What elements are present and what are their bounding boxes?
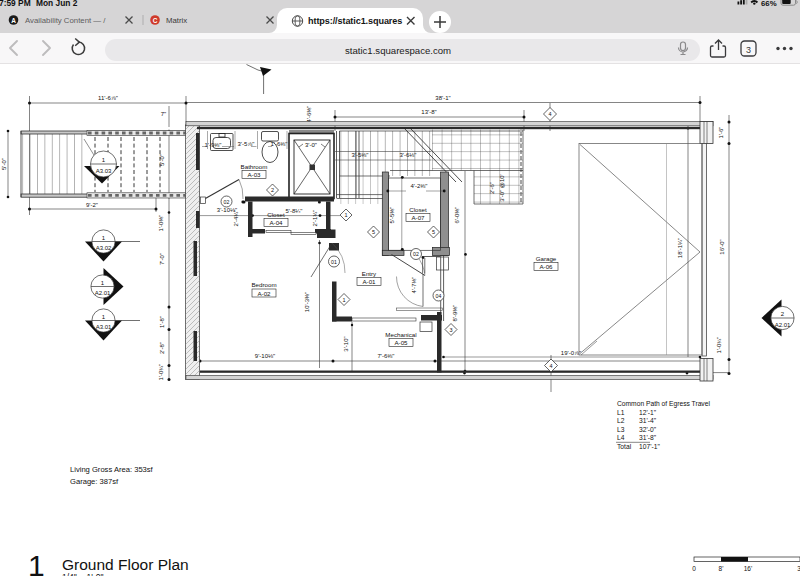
svg-text:1'-8": 1'-8"	[159, 316, 165, 328]
svg-text:A3.03: A3.03	[96, 168, 112, 174]
svg-text:5'-0": 5'-0"	[1, 158, 7, 170]
svg-text:4'-7⅛": 4'-7⅛"	[411, 277, 417, 294]
svg-text:Common Path of Egress Travel: Common Path of Egress Travel	[617, 400, 710, 408]
svg-text:A2.01: A2.01	[775, 322, 791, 328]
svg-text:02: 02	[413, 251, 419, 257]
svg-text:04: 04	[436, 293, 442, 299]
svg-text:7'-0": 7'-0"	[159, 253, 165, 265]
svg-text:Bedroom: Bedroom	[251, 281, 276, 288]
svg-text:1'-0⅜": 1'-0⅜"	[158, 215, 164, 232]
svg-text:5: 5	[372, 229, 375, 235]
svg-text:11'-6⅞": 11'-6⅞"	[98, 95, 118, 101]
svg-text:2'-4¼": 2'-4¼"	[233, 210, 239, 227]
svg-text:01: 01	[331, 259, 337, 265]
svg-text:L4: L4	[617, 434, 625, 441]
svg-text:static1.squarespace.com: static1.squarespace.com	[345, 45, 451, 56]
svg-text:66%: 66%	[761, 0, 777, 8]
svg-text:A-02: A-02	[257, 290, 271, 297]
svg-text:2'-8": 2'-8"	[159, 342, 165, 354]
svg-text:9'-10⅛": 9'-10⅛"	[255, 353, 275, 359]
svg-text:3'-10": 3'-10"	[343, 336, 349, 351]
svg-text:C: C	[153, 17, 158, 24]
svg-text:https://static1.squares: https://static1.squares	[308, 16, 402, 26]
svg-text:3: 3	[746, 45, 751, 55]
svg-text:9'-2": 9'-2"	[86, 202, 98, 208]
svg-text:Closet: Closet	[267, 211, 285, 218]
svg-text:A-05: A-05	[394, 339, 408, 346]
svg-text:6'-0⅜": 6'-0⅜"	[454, 207, 460, 224]
svg-text:8': 8'	[719, 565, 724, 572]
svg-text:2'-1¼": 2'-1¼"	[312, 210, 318, 227]
svg-text:L1: L1	[617, 409, 625, 416]
svg-text:A3.01: A3.01	[96, 324, 112, 330]
svg-text:A-04: A-04	[269, 219, 283, 226]
svg-text:3'-5⅞": 3'-5⅞"	[238, 141, 255, 147]
svg-text:1/4" = 1'-0": 1/4" = 1'-0"	[62, 572, 103, 576]
svg-text:4'-6⅜": 4'-6⅜"	[306, 106, 312, 123]
svg-text:7'-6⅜": 7'-6⅜"	[378, 353, 395, 359]
svg-text:7:59 PM: 7:59 PM	[0, 0, 31, 8]
svg-text:Garage: Garage	[536, 255, 557, 262]
svg-text:L3: L3	[617, 426, 625, 433]
svg-text:4: 4	[549, 363, 552, 369]
svg-text:4: 4	[548, 111, 551, 117]
svg-text:1'-0¾": 1'-0¾"	[716, 337, 722, 354]
svg-text:1: 1	[344, 212, 347, 218]
svg-text:Total: Total	[617, 443, 632, 450]
svg-text:3: 3	[449, 327, 452, 333]
svg-text:Bathroom: Bathroom	[241, 163, 268, 170]
svg-text:107'-1": 107'-1"	[639, 443, 660, 450]
svg-text:16': 16'	[744, 565, 752, 572]
svg-text:Ground Floor Plan: Ground Floor Plan	[62, 556, 189, 573]
svg-text:7": 7"	[161, 111, 166, 117]
svg-text:Mon Jun 2: Mon Jun 2	[36, 0, 78, 8]
svg-text:Mechanical: Mechanical	[385, 331, 416, 338]
svg-text:5'-8¼": 5'-8¼"	[286, 208, 303, 214]
svg-text:A2.01: A2.01	[95, 290, 111, 296]
svg-text:A-06: A-06	[539, 263, 553, 270]
svg-text:38'-1": 38'-1"	[435, 95, 450, 101]
svg-text:02: 02	[224, 199, 230, 205]
svg-text:18'-1¼": 18'-1¼"	[677, 238, 683, 258]
svg-text:5: 5	[432, 229, 435, 235]
svg-text:A-07: A-07	[411, 214, 425, 221]
svg-text:A-01: A-01	[362, 278, 376, 285]
svg-text:A: A	[11, 17, 16, 24]
svg-text:4'-2⅜": 4'-2⅜"	[411, 183, 428, 189]
svg-text:32'-0": 32'-0"	[639, 426, 657, 433]
svg-text:12'-1": 12'-1"	[639, 409, 657, 416]
svg-text:19'-0⅞": 19'-0⅞"	[561, 350, 581, 356]
svg-text:1: 1	[342, 297, 345, 303]
svg-text:2: 2	[271, 187, 274, 193]
svg-text:31'-4": 31'-4"	[639, 417, 657, 424]
svg-text:3'-0": 3'-0"	[305, 142, 317, 148]
svg-text:1'-0¾": 1'-0¾"	[158, 364, 164, 381]
svg-text:A-03: A-03	[247, 171, 261, 178]
svg-text:10'-3⅜": 10'-3⅜"	[304, 292, 310, 312]
svg-text:L2: L2	[617, 417, 625, 424]
svg-text:Availability Content — /: Availability Content — /	[25, 16, 106, 25]
svg-text:Garage: 387sf: Garage: 387sf	[70, 477, 119, 486]
svg-text:1: 1	[28, 549, 45, 576]
svg-text:13'-8": 13'-8"	[421, 109, 436, 115]
svg-text:Living Gross Area: 353sf: Living Gross Area: 353sf	[70, 465, 154, 474]
svg-text:0: 0	[692, 565, 696, 572]
svg-text:Entry: Entry	[362, 270, 377, 277]
svg-text:5'-5⅜": 5'-5⅜"	[389, 207, 395, 224]
svg-text:Closet: Closet	[409, 206, 427, 213]
svg-text:8'-9⅜": 8'-9⅜"	[452, 305, 458, 322]
svg-text:1'-6": 1'-6"	[718, 127, 724, 139]
svg-text:31'-8": 31'-8"	[639, 434, 657, 441]
svg-text:A3.02: A3.02	[96, 245, 112, 251]
svg-text:Matrix: Matrix	[166, 16, 187, 25]
svg-text:16'-0": 16'-0"	[719, 239, 725, 254]
